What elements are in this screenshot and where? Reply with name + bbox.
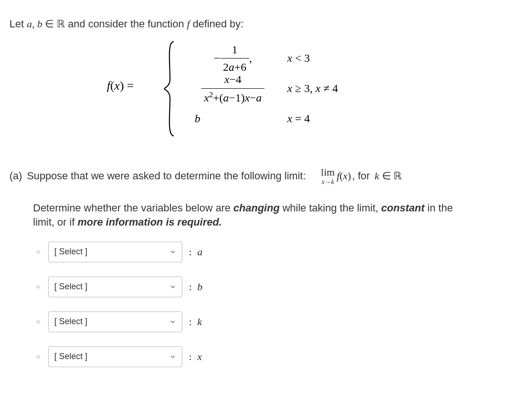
for-text: , for [352, 169, 370, 183]
intro-text: Let a, b ∈ ℝ and consider the function f… [9, 17, 501, 31]
m4: −4 [230, 73, 242, 85]
eq: = [124, 79, 134, 92]
lim: lim [321, 165, 335, 179]
minus: − [214, 50, 221, 66]
chevron-down-icon [170, 319, 176, 325]
piecewise-inner: f(x) = − 1 2a+6 , [172, 43, 338, 134]
txt: and consider the function [65, 18, 187, 30]
d2: −1) [229, 92, 245, 104]
bullet-icon: ○ [33, 242, 43, 262]
limit-prompt: (a) Suppose that we were asked to determ… [9, 165, 501, 187]
row-b: ○ [ Select ] : b [33, 277, 501, 297]
case-row-3: b x = 4 [183, 104, 338, 134]
bullet-icon: ○ [33, 277, 43, 297]
lim-sub: x→k [322, 178, 334, 187]
x2: x [204, 92, 209, 104]
case-cond-2: x ≥ 3, x ≠ 4 [287, 81, 338, 96]
lead-text: Suppose that we were asked to determine … [27, 169, 306, 183]
case-cond-3: x = 4 [287, 111, 310, 126]
left-brace-icon [162, 40, 177, 138]
select-label: [ Select ] [54, 246, 87, 257]
case-expr-2: x−4 x2+(a−1)x−a [183, 72, 282, 105]
select-b[interactable]: [ Select ] [48, 277, 182, 297]
bullet-icon: ○ [33, 311, 43, 332]
select-label: [ Select ] [54, 316, 87, 327]
part-a: (a) Suppose that we were asked to determ… [9, 165, 501, 367]
reals-symbol: ℝ [57, 18, 65, 30]
lt3: < 3 [292, 52, 310, 64]
dropdown-list: ○ [ Select ] : a ○ [ Select ] : b [33, 242, 501, 367]
chevron-down-icon [170, 353, 176, 360]
den2: +6 [234, 61, 246, 73]
part-label: (a) [9, 169, 22, 183]
b: b [195, 111, 200, 126]
f: f [107, 79, 110, 92]
a: a [229, 61, 234, 73]
fx: f(x) [337, 169, 351, 183]
changing: changing [233, 202, 280, 214]
row-a: ○ [ Select ] : a [33, 242, 501, 262]
var-label-k: : k [189, 315, 202, 329]
select-label: [ Select ] [54, 281, 87, 292]
piecewise-function: f(x) = − 1 2a+6 , [9, 43, 501, 134]
txt: Let [9, 18, 27, 30]
var-label-a: : a [189, 245, 203, 259]
num: 1 [232, 43, 238, 56]
case-expr-3: b [183, 111, 282, 126]
select-x[interactable]: [ Select ] [48, 346, 182, 367]
instruction-text: Determine whether the variables below ar… [33, 201, 501, 229]
more-info: more information is required. [77, 216, 222, 228]
a2: a [256, 92, 262, 104]
comma: , [249, 50, 252, 66]
var-label-b: : b [189, 280, 203, 294]
t: limit, or if [33, 216, 77, 228]
x: x [315, 82, 321, 94]
k-in-R: k ∈ ℝ [374, 169, 402, 183]
ge3: ≥ 3, [292, 82, 315, 94]
ne4: ≠ 4 [321, 82, 338, 94]
constant: constant [381, 202, 425, 214]
x: x [245, 92, 250, 104]
row-k: ○ [ Select ] : k [33, 311, 501, 332]
function-lhs: f(x) = [107, 77, 134, 94]
txt: defined by: [190, 18, 244, 30]
t: in the [425, 202, 453, 214]
limit-expression: lim x→k [321, 165, 335, 187]
var-label-x: : x [189, 350, 202, 364]
den: 2 [223, 61, 229, 73]
fraction-1: 1 2a+6 [220, 42, 249, 75]
x: x [287, 52, 292, 64]
d1: +( [213, 92, 223, 104]
select-k[interactable]: [ Select ] [48, 311, 182, 332]
a: a [223, 92, 229, 104]
d3: − [250, 92, 256, 104]
x: x [287, 112, 292, 125]
case-cond-1: x < 3 [287, 50, 310, 66]
chevron-down-icon [170, 284, 176, 290]
case-expr-1: − 1 2a+6 , [183, 42, 282, 75]
row-x: ○ [ Select ] : x [33, 346, 501, 367]
select-label: [ Select ] [54, 351, 87, 362]
chevron-down-icon [170, 249, 176, 255]
eq4: = 4 [292, 112, 310, 125]
bullet-icon: ○ [33, 346, 43, 367]
var-ab: a, b [27, 18, 42, 30]
x: x [114, 79, 120, 92]
in-symbol: ∈ [42, 18, 57, 30]
t: Determine whether the variables below ar… [33, 202, 233, 214]
fraction-2: x−4 x2+(a−1)x−a [201, 72, 264, 105]
x: x [287, 82, 292, 94]
case-row-1: − 1 2a+6 , x < 3 [183, 43, 338, 74]
case-row-2: x−4 x2+(a−1)x−a x ≥ 3, x ≠ 4 [183, 74, 338, 104]
question-page: Let a, b ∈ ℝ and consider the function f… [0, 0, 510, 391]
t: while taking the limit, [280, 202, 381, 214]
cases: − 1 2a+6 , x < 3 x−4 [183, 43, 338, 134]
select-a[interactable]: [ Select ] [48, 242, 182, 262]
x: x [224, 73, 230, 85]
